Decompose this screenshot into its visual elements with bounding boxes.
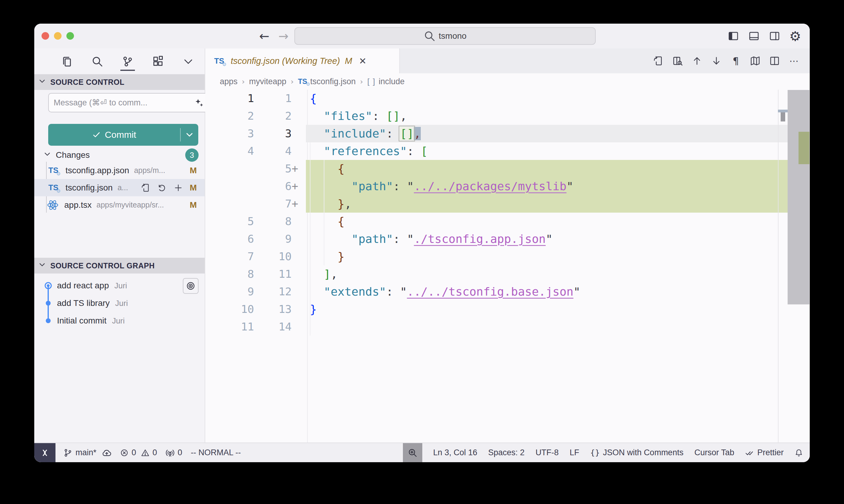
path-link: ../../packages/mytslib	[414, 180, 566, 193]
activity-bar-item-extensions[interactable]	[150, 52, 166, 71]
cursor-position-status-item[interactable]: Ln 3, Col 16	[433, 448, 478, 457]
toggle-primary-sidebar-icon	[728, 31, 739, 41]
commit-graph-row[interactable]: add react appJuri	[34, 277, 205, 294]
stage-changes-icon[interactable]	[174, 183, 183, 192]
activity-bar-item-source-control[interactable]	[120, 52, 136, 71]
commit-author: Juri	[114, 281, 127, 290]
settings-icon: ⚙	[789, 29, 801, 44]
more-actions-button[interactable]: ⋯	[787, 54, 800, 68]
warning-icon	[141, 449, 150, 457]
formatter-status-item[interactable]: Prettier	[745, 448, 784, 457]
vertical-scrollbar[interactable]	[788, 90, 809, 304]
code-line-content: "extends": "../../tsconfig.base.json"	[310, 283, 580, 301]
branch-status-item[interactable]: main*	[63, 448, 111, 458]
checkout-target-button[interactable]	[183, 278, 199, 294]
target-icon	[186, 281, 195, 291]
radio-tower-icon	[166, 448, 175, 457]
more-actions-icon: ⋯	[789, 56, 799, 66]
changes-file-row[interactable]: TS⚙tsconfig.jsona...M	[34, 179, 205, 196]
publish-icon	[102, 448, 111, 458]
file-path: apps/myviteapp/sr...	[97, 200, 164, 209]
vim-mode-status-item[interactable]: -- NORMAL --	[191, 448, 241, 457]
command-center-search[interactable]: tsmono	[294, 27, 596, 45]
code-line-content: }	[310, 248, 344, 265]
eol-status-item[interactable]: LF	[570, 448, 579, 457]
zoom-window-button[interactable]	[66, 32, 74, 40]
close-window-button[interactable]	[41, 32, 49, 40]
discard-changes-icon[interactable]	[157, 183, 167, 192]
notifications-bell-icon[interactable]	[795, 449, 803, 457]
open-file-icon[interactable]	[141, 183, 150, 192]
breadcrumb-item-include[interactable]: [ ]include	[367, 77, 404, 86]
language-mode-status-item[interactable]: {} JSON with Comments	[590, 448, 683, 457]
changes-count-badge: 3	[185, 148, 199, 162]
toggle-secondary-sidebar-button[interactable]	[768, 30, 781, 43]
old-line-number: 2	[205, 107, 254, 125]
split-editor-button[interactable]	[768, 54, 781, 68]
added-line-plus: +	[292, 160, 298, 178]
commit-dot-icon	[44, 317, 52, 325]
minimize-window-button[interactable]	[54, 32, 62, 40]
code-line: 912 "extends": "../../tsconfig.base.json…	[205, 283, 810, 301]
problems-status-item[interactable]: 0 0	[120, 448, 157, 457]
next-change-button[interactable]	[710, 54, 723, 68]
tab-tsconfig-working-tree[interactable]: TS⚙ tsconfig.json (Working Tree) M ✕	[205, 49, 400, 73]
commit-message-placeholder: Message (⌘⏎ to comm...	[54, 98, 195, 108]
vscode-window: ← → tsmono ⚙ SOURCE CONTROL Message (⌘⏎ …	[34, 24, 810, 462]
breadcrumb-item-tsconfig.json[interactable]: TS⚙tsconfig.json	[298, 77, 356, 86]
code-line-content: {	[310, 213, 344, 230]
changes-file-row[interactable]: app.tsxapps/myviteapp/sr...M	[34, 196, 205, 214]
commit-graph-row[interactable]: add TS libraryJuri	[34, 294, 205, 312]
new-line-number: 13	[254, 301, 292, 318]
commit-button[interactable]: Commit	[48, 124, 198, 146]
source-control-icon	[122, 55, 134, 68]
search-icon	[424, 30, 436, 42]
toggle-panel-button[interactable]	[747, 30, 761, 43]
back-icon[interactable]: ←	[259, 29, 270, 43]
open-changes-button[interactable]	[652, 54, 665, 68]
old-line-number: 8	[205, 265, 254, 283]
breadcrumb-label: include	[379, 77, 405, 86]
map-view-button[interactable]	[748, 54, 762, 68]
old-line-number: 7	[205, 248, 254, 265]
activity-bar-item-search[interactable]	[89, 52, 105, 71]
source-control-section-header[interactable]: SOURCE CONTROL	[34, 74, 205, 90]
commit-message-input[interactable]: Message (⌘⏎ to comm...	[48, 93, 209, 112]
new-line-number: 6+	[254, 178, 292, 195]
diff-editor[interactable]: 11{22 "files": [],33 "include": [],44 "r…	[205, 90, 810, 443]
commit-dot-icon	[44, 299, 52, 307]
minimap[interactable]	[778, 90, 778, 443]
changes-section-header[interactable]: Changes 3	[34, 148, 205, 162]
old-line-number: 1	[205, 90, 254, 107]
activity-bar-item-explorer[interactable]	[59, 52, 75, 71]
tab-close-icon[interactable]: ✕	[359, 56, 366, 66]
previous-change-button[interactable]	[690, 54, 704, 68]
cursor-tab-status-item[interactable]: Cursor Tab	[694, 448, 734, 457]
typescript-file-icon: TS⚙	[298, 77, 307, 86]
commit-graph-row[interactable]: Initial commitJuri	[34, 312, 205, 329]
activity-bar-item-more-views[interactable]	[180, 52, 196, 71]
commit-dropdown-button[interactable]	[181, 130, 198, 139]
search-icon	[91, 55, 103, 68]
tab-modified-badge: M	[345, 56, 352, 66]
source-control-graph-header[interactable]: SOURCE CONTROL GRAPH	[34, 258, 205, 273]
ports-status-item[interactable]: 0	[166, 448, 182, 457]
sparkle-icon[interactable]	[195, 98, 204, 107]
inline-view-button[interactable]	[671, 54, 684, 68]
minimap-content	[778, 110, 788, 112]
zoom-status-item[interactable]	[403, 443, 422, 462]
indentation-status-item[interactable]: Spaces: 2	[488, 448, 524, 457]
react-file-icon	[47, 199, 59, 211]
new-line-number: 10	[254, 248, 292, 265]
forward-icon[interactable]: →	[279, 29, 289, 43]
changes-file-row[interactable]: TS⚙tsconfig.app.jsonapps/m...M	[34, 162, 205, 179]
encoding-status-item[interactable]: UTF-8	[535, 448, 559, 457]
breadcrumb-item-myviteapp[interactable]: myviteapp	[249, 77, 287, 86]
code-line: 5+ {	[205, 160, 810, 178]
toggle-primary-sidebar-button[interactable]	[727, 30, 740, 43]
breadcrumb-item-apps[interactable]: apps	[220, 77, 238, 86]
render-whitespace-button[interactable]: ¶	[729, 54, 742, 68]
settings-button[interactable]: ⚙	[789, 30, 802, 43]
breadcrumb: apps›myviteapp›TS⚙tsconfig.json›[ ]inclu…	[205, 73, 810, 90]
remote-indicator[interactable]	[34, 443, 55, 462]
